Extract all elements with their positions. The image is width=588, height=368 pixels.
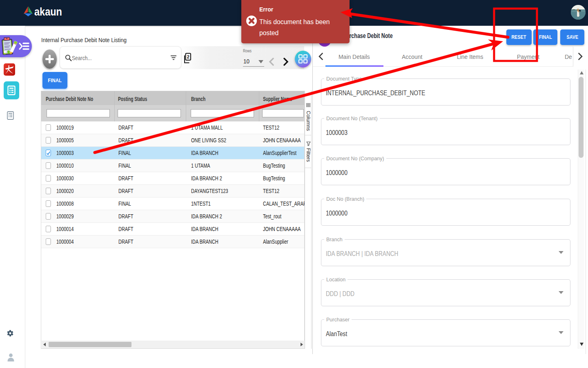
svg-text:2: 2	[187, 54, 189, 59]
